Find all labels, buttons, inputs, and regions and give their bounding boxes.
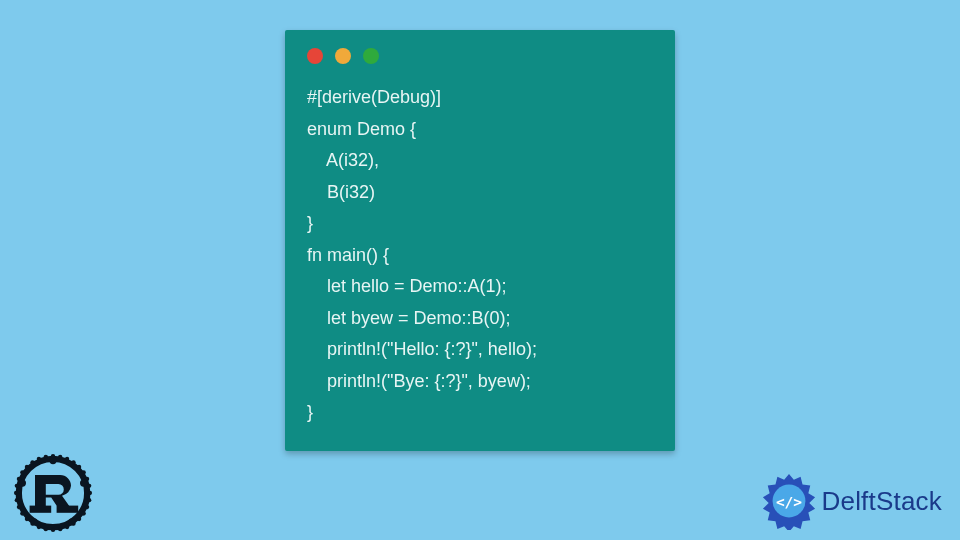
svg-point-17 (14, 491, 18, 495)
svg-point-7 (65, 525, 69, 529)
window-minimize-dot (335, 48, 351, 64)
code-block: #[derive(Debug)] enum Demo { A(i32), B(i… (307, 82, 653, 429)
delftstack-logo: </> DelftStack (760, 472, 943, 530)
svg-point-36 (31, 518, 38, 525)
svg-point-35 (68, 518, 75, 525)
svg-point-2 (87, 498, 91, 502)
svg-point-28 (71, 460, 75, 464)
rust-logo-icon (8, 448, 98, 538)
svg-point-14 (20, 511, 24, 515)
svg-point-15 (17, 505, 21, 509)
svg-point-32 (87, 484, 91, 488)
svg-rect-39 (57, 506, 79, 513)
svg-point-13 (25, 517, 29, 521)
svg-point-37 (19, 480, 26, 487)
svg-point-11 (37, 525, 41, 529)
svg-point-20 (20, 470, 24, 474)
svg-point-18 (15, 484, 19, 488)
svg-point-3 (85, 505, 89, 509)
svg-rect-38 (30, 506, 52, 513)
svg-point-29 (77, 465, 81, 469)
delftstack-mark-icon: </> (760, 472, 818, 530)
svg-point-8 (58, 527, 62, 531)
svg-point-4 (82, 511, 86, 515)
svg-point-23 (37, 457, 41, 461)
svg-point-22 (30, 460, 34, 464)
svg-point-16 (15, 498, 19, 502)
svg-point-27 (65, 457, 69, 461)
window-close-dot (307, 48, 323, 64)
svg-point-30 (82, 470, 86, 474)
window-maximize-dot (363, 48, 379, 64)
svg-point-26 (58, 455, 62, 459)
svg-point-1 (88, 491, 92, 495)
svg-point-33 (49, 457, 56, 464)
svg-point-5 (77, 517, 81, 521)
svg-point-10 (44, 527, 48, 531)
svg-point-24 (44, 455, 48, 459)
svg-point-0 (19, 459, 87, 527)
svg-point-9 (51, 528, 55, 532)
svg-point-21 (25, 465, 29, 469)
svg-point-34 (80, 480, 87, 487)
traffic-lights (307, 48, 653, 64)
code-window: #[derive(Debug)] enum Demo { A(i32), B(i… (285, 30, 675, 451)
svg-text:</>: </> (775, 494, 801, 510)
delftstack-text: DelftStack (822, 486, 943, 517)
